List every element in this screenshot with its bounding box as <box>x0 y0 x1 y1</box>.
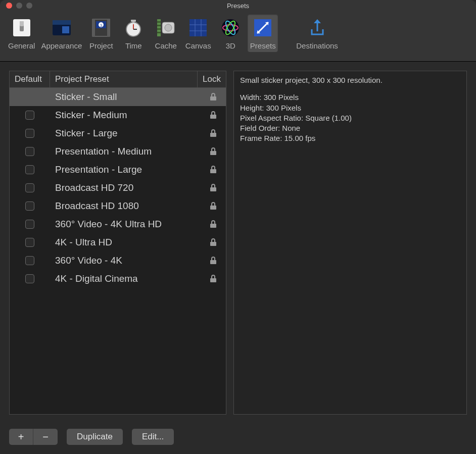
preset-name: Broadcast HD 1080 <box>50 197 201 215</box>
default-cell[interactable] <box>10 233 50 251</box>
default-cell[interactable] <box>10 88 50 106</box>
close-icon[interactable] <box>6 3 12 9</box>
header-default[interactable]: Default <box>10 71 50 87</box>
footer-buttons: + − Duplicate Edit... <box>9 429 174 445</box>
lock-cell <box>201 124 226 142</box>
spec-line: Frame Rate: 15.00 fps <box>240 133 460 143</box>
table-row[interactable]: Presentation - Medium <box>10 142 226 161</box>
table-row[interactable]: Presentation - Large <box>10 161 226 179</box>
lock-cell <box>201 233 226 251</box>
preset-table: Default Project Preset Lock Sticker - Sm… <box>9 71 226 415</box>
svg-rect-5 <box>62 26 69 33</box>
lock-icon <box>210 220 217 228</box>
table-row[interactable]: Sticker - Large <box>10 124 226 142</box>
lock-icon <box>210 257 217 265</box>
preferences-window: Presets General Appearance 3 Project T <box>0 0 476 454</box>
spec-line: Width: 300 Pixels <box>240 92 460 103</box>
duplicate-button[interactable]: Duplicate <box>67 429 123 445</box>
default-checkbox[interactable] <box>25 183 34 192</box>
table-header: Default Project Preset Lock <box>10 71 226 88</box>
table-row[interactable]: 4K - Digital Cinema <box>10 270 226 288</box>
svg-rect-19 <box>157 25 161 26</box>
lock-icon <box>210 111 217 119</box>
default-checkbox[interactable] <box>25 256 34 265</box>
default-cell[interactable] <box>10 106 50 124</box>
edit-button[interactable]: Edit... <box>132 429 174 445</box>
maximize-icon[interactable] <box>26 3 32 9</box>
tab-3d[interactable]: 3D <box>215 14 246 52</box>
preset-name: 360° Video - 4K <box>50 251 201 270</box>
lock-cell <box>201 197 226 215</box>
tab-label: 3D <box>226 41 235 50</box>
preset-name: Presentation - Large <box>50 161 201 179</box>
default-cell[interactable] <box>10 215 50 233</box>
tab-project[interactable]: 3 Project <box>86 14 116 52</box>
lock-cell <box>201 161 226 179</box>
preset-name: Sticker - Large <box>50 124 201 142</box>
preset-name: Sticker - Small <box>50 88 201 106</box>
lock-icon <box>210 184 217 192</box>
3d-icon <box>218 15 243 40</box>
table-row[interactable]: Broadcast HD 1080 <box>10 197 226 215</box>
svg-rect-20 <box>157 28 161 30</box>
tab-general[interactable]: General <box>6 14 37 52</box>
default-cell[interactable] <box>10 270 50 288</box>
lock-icon <box>210 147 217 156</box>
add-button[interactable]: + <box>9 429 33 445</box>
default-checkbox[interactable] <box>25 238 34 247</box>
default-cell[interactable] <box>10 179 50 197</box>
header-name[interactable]: Project Preset <box>50 71 198 87</box>
svg-point-29 <box>222 19 239 36</box>
default-checkbox[interactable] <box>25 111 34 120</box>
preset-specs: Width: 300 PixelsHeight: 300 PixelsPixel… <box>240 92 460 143</box>
default-cell[interactable] <box>10 124 50 142</box>
default-cell[interactable] <box>10 251 50 270</box>
default-cell[interactable] <box>10 142 50 161</box>
tab-label: Project <box>89 41 113 50</box>
svg-rect-13 <box>131 20 136 22</box>
spec-line: Pixel Aspect Ratio: Square (1.00) <box>240 113 460 123</box>
table-row[interactable]: Sticker - Small <box>10 88 226 106</box>
tab-label: Cache <box>155 41 177 50</box>
default-checkbox[interactable] <box>25 129 34 138</box>
default-cell[interactable] <box>10 161 50 179</box>
default-checkbox[interactable] <box>25 165 34 174</box>
default-cell[interactable] <box>10 197 50 215</box>
table-row[interactable]: 4K - Ultra HD <box>10 233 226 251</box>
tab-time[interactable]: Time <box>118 14 149 52</box>
content-area: Default Project Preset Lock Sticker - Sm… <box>0 62 476 424</box>
lock-icon <box>210 166 217 174</box>
svg-rect-14 <box>132 22 134 23</box>
tab-canvas[interactable]: Canvas <box>183 14 213 52</box>
default-checkbox[interactable] <box>25 220 34 229</box>
project-icon: 3 <box>88 15 114 40</box>
tab-destinations[interactable]: Destinations <box>294 14 340 52</box>
cache-icon <box>153 15 178 40</box>
tab-appearance[interactable]: Appearance <box>39 14 84 52</box>
preset-name: 360° Video - 4K Ultra HD <box>50 215 201 233</box>
remove-button[interactable]: − <box>33 429 58 445</box>
svg-rect-4 <box>53 20 71 25</box>
table-row[interactable]: Broadcast HD 720 <box>10 179 226 197</box>
preset-name: Presentation - Medium <box>50 142 201 161</box>
lock-icon <box>210 129 217 137</box>
lock-cell <box>201 88 226 106</box>
tab-label: Canvas <box>185 41 211 50</box>
table-row[interactable]: 360° Video - 4K <box>10 251 226 270</box>
tab-label: Appearance <box>41 41 82 50</box>
lock-icon <box>210 93 217 101</box>
default-checkbox[interactable] <box>25 147 34 156</box>
table-row[interactable]: Sticker - Medium <box>10 106 226 124</box>
tab-presets[interactable]: Presets <box>248 14 278 52</box>
appearance-icon <box>49 15 74 40</box>
general-icon <box>9 15 34 40</box>
tab-cache[interactable]: Cache <box>151 14 181 52</box>
default-checkbox[interactable] <box>25 274 34 283</box>
header-lock[interactable]: Lock <box>198 71 226 87</box>
svg-rect-18 <box>157 21 161 23</box>
default-checkbox[interactable] <box>25 201 34 211</box>
minimize-icon[interactable] <box>16 3 22 9</box>
spec-line: Height: 300 Pixels <box>240 103 460 113</box>
lock-icon <box>210 202 217 210</box>
table-row[interactable]: 360° Video - 4K Ultra HD <box>10 215 226 233</box>
